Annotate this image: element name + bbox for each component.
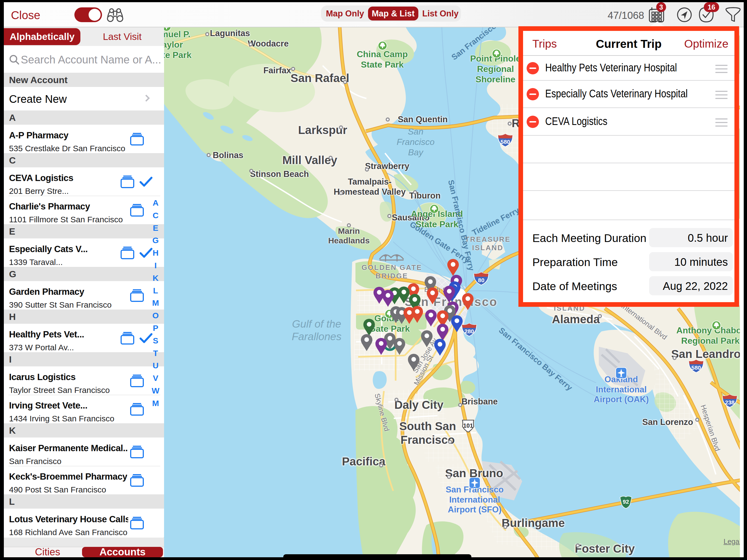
map-pin-gray[interactable] bbox=[420, 330, 433, 348]
remove-stop-button[interactable] bbox=[526, 62, 539, 74]
empty-row-separator bbox=[523, 163, 735, 163]
svg-text:92: 92 bbox=[623, 499, 629, 505]
current-trip-panel: Trips Current Trip Optimize Healthy Pets… bbox=[518, 26, 739, 307]
account-row[interactable]: Garden Pharmacy390 Sutter St San Francis… bbox=[4, 281, 164, 309]
setting-value-box[interactable]: Aug 22, 2022 bbox=[649, 276, 733, 295]
index-letter[interactable]: M bbox=[149, 399, 162, 408]
account-row[interactable]: Irving Street Vete...1434 Irving St San … bbox=[4, 395, 164, 423]
tab-alphabetically[interactable]: Alphabetically bbox=[4, 28, 80, 45]
location-icon[interactable] bbox=[676, 6, 693, 23]
map-label-town-big: Burlingame bbox=[501, 516, 565, 530]
account-row[interactable]: Healthy Pets Vet...373 W Portal Av... bbox=[4, 324, 164, 352]
drag-handle-icon[interactable] bbox=[715, 91, 728, 101]
map-pin-red[interactable] bbox=[462, 293, 474, 310]
tab-cities[interactable]: Cities bbox=[20, 546, 75, 557]
segment-list-only[interactable]: List Only bbox=[418, 9, 462, 19]
map-label-roadlbl: International Blvd bbox=[620, 302, 669, 341]
map-legal-link[interactable]: Legal bbox=[723, 537, 740, 546]
index-letter[interactable]: L bbox=[149, 286, 162, 295]
empty-row-separator bbox=[523, 190, 735, 191]
park-tree-icon bbox=[712, 321, 721, 331]
index-letter[interactable]: C bbox=[149, 211, 162, 220]
map-pin-blue[interactable] bbox=[450, 315, 463, 332]
setting-value-box[interactable]: 0.5 hour bbox=[649, 228, 733, 247]
trip-stop-row[interactable]: Especially Cats Veterinary Hospital bbox=[523, 81, 735, 108]
account-row[interactable]: Lotus Veterinary House Calls168 Richland… bbox=[4, 509, 164, 537]
tab-last-visit[interactable]: Last Visit bbox=[80, 27, 164, 46]
calendar-badge: 3 bbox=[656, 2, 666, 12]
map-pin-purple[interactable] bbox=[382, 289, 394, 307]
account-row[interactable]: A-P Pharmacy535 Crestlake Dr San Francis… bbox=[4, 125, 164, 153]
map-pin-purple[interactable] bbox=[424, 309, 437, 327]
index-letter[interactable]: O bbox=[149, 311, 162, 320]
airport-plane-icon bbox=[616, 367, 627, 380]
map-pin-red[interactable] bbox=[403, 307, 416, 324]
map-pin-blue[interactable] bbox=[434, 338, 446, 356]
trip-stop-row[interactable]: Healthy Pets Veterinary Hospital bbox=[523, 56, 735, 81]
search-input[interactable]: Search Account Name or A... bbox=[21, 54, 161, 66]
account-name: Healthy Pets Vet... bbox=[9, 329, 84, 339]
row-separator bbox=[8, 395, 160, 395]
remove-stop-button[interactable] bbox=[526, 88, 539, 100]
account-row[interactable]: Keck's-Broemmel Pharmacy490 Post St San … bbox=[4, 466, 164, 494]
svg-text:580: 580 bbox=[691, 364, 701, 371]
index-letter[interactable]: W bbox=[149, 386, 162, 396]
park-tree-icon bbox=[164, 27, 171, 32]
map-pin-red[interactable] bbox=[447, 259, 459, 276]
segment-map-only[interactable]: Map Only bbox=[322, 9, 368, 19]
filter-icon[interactable] bbox=[725, 6, 742, 23]
svg-text:238: 238 bbox=[725, 399, 735, 406]
account-row[interactable]: CEVA Logistics201 Berry Stre... bbox=[4, 167, 164, 196]
search-row[interactable]: Search Account Name or A... bbox=[4, 46, 164, 73]
index-letter[interactable]: S bbox=[149, 336, 162, 345]
account-row[interactable]: Kaiser Permanente Medical...San Francisc… bbox=[4, 437, 164, 466]
tab-accounts[interactable]: Accounts bbox=[82, 547, 163, 557]
close-button[interactable]: Close bbox=[11, 9, 40, 22]
index-letter[interactable]: A bbox=[149, 198, 162, 207]
index-letter[interactable]: G bbox=[149, 236, 162, 245]
map-pin-purple[interactable] bbox=[443, 285, 456, 303]
optimize-button[interactable]: Optimize bbox=[684, 37, 728, 50]
map-pin-purple[interactable] bbox=[375, 338, 387, 355]
index-letter[interactable]: P bbox=[149, 324, 162, 333]
sort-tabs: Alphabetically Last Visit bbox=[4, 27, 164, 46]
index-letter[interactable]: U bbox=[149, 361, 162, 370]
binoculars-icon[interactable] bbox=[106, 8, 124, 22]
account-row[interactable]: Icarus LogisticsTaylor Street San Franci… bbox=[4, 366, 164, 395]
trip-stop-row[interactable]: CEVA Logistics bbox=[523, 108, 735, 136]
home-indicator[interactable] bbox=[283, 554, 471, 557]
remove-stop-button[interactable] bbox=[526, 116, 539, 128]
account-address: Taylor Street San Francisco bbox=[9, 385, 110, 395]
index-letter[interactable]: M bbox=[149, 298, 162, 308]
route-shield-238: 238 bbox=[722, 394, 738, 409]
segment-map-and-list[interactable]: Map & List bbox=[368, 6, 419, 21]
map-label-town-big: Mill Valley bbox=[282, 153, 337, 167]
route-shield-101: 101 bbox=[460, 419, 476, 434]
check-mark-icon bbox=[139, 177, 153, 187]
list-bottom-gap bbox=[4, 538, 164, 547]
map-pin-gray[interactable] bbox=[360, 334, 373, 351]
account-row[interactable]: Charlie's Pharmacy1101 Fillmore St San F… bbox=[4, 196, 164, 224]
map-pin-gray[interactable] bbox=[407, 354, 420, 371]
map-pin-gray[interactable] bbox=[393, 338, 406, 355]
create-new-row[interactable]: Create New bbox=[4, 87, 164, 110]
index-letter[interactable]: E bbox=[149, 223, 162, 233]
town-dot bbox=[394, 398, 398, 402]
index-letter[interactable]: V bbox=[149, 374, 162, 383]
account-row[interactable]: Especially Cats V...1339 Taraval... bbox=[4, 238, 164, 267]
map-pin-red[interactable] bbox=[426, 287, 439, 305]
map-pin-green[interactable] bbox=[363, 319, 376, 336]
setting-value-box[interactable]: 10 minutes bbox=[649, 252, 733, 271]
index-letter[interactable]: H bbox=[149, 248, 162, 258]
town-dot bbox=[447, 475, 451, 479]
town-dot bbox=[598, 314, 602, 318]
index-letter[interactable]: I bbox=[149, 261, 162, 270]
map-label-park: Anthony Chabot Regional Park bbox=[676, 325, 740, 346]
index-letter[interactable]: T bbox=[149, 349, 162, 358]
index-letter[interactable]: K bbox=[149, 274, 162, 283]
drag-handle-icon[interactable] bbox=[715, 119, 728, 129]
map-label-town: Woodacre bbox=[248, 39, 288, 49]
svg-text:80: 80 bbox=[478, 277, 484, 283]
map-toggle-switch[interactable] bbox=[74, 7, 102, 22]
drag-handle-icon[interactable] bbox=[715, 65, 728, 75]
